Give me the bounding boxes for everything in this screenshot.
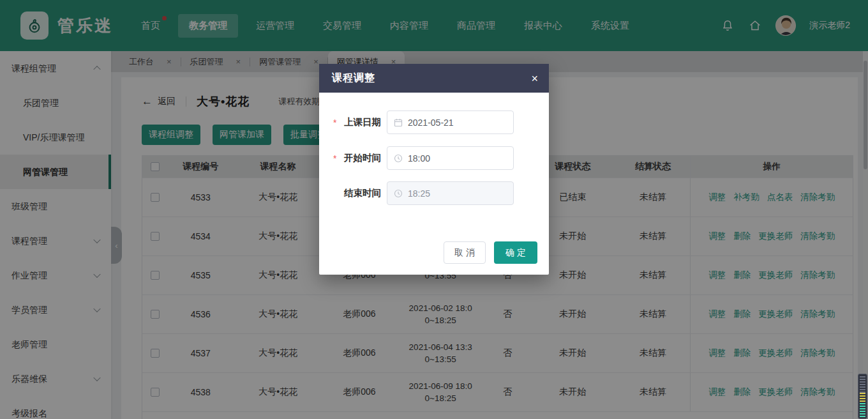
end-time-input: 18:25	[387, 181, 514, 205]
meter-gray-bars	[860, 376, 865, 393]
clock-icon	[394, 189, 403, 198]
modal-body: *上课日期2021-05-21*开始时间18:00结束时间18:25	[319, 110, 549, 205]
input-value: 18:00	[408, 153, 430, 164]
modal-footer: 取 消 确 定	[444, 241, 537, 264]
input-value: 2021-05-21	[408, 118, 454, 128]
input-value: 18:25	[408, 188, 430, 199]
confirm-button[interactable]: 确 定	[494, 241, 537, 264]
course-adjust-modal: 课程调整 × *上课日期2021-05-21*开始时间18:00结束时间18:2…	[319, 64, 549, 275]
modal-field-3: 结束时间18:25	[333, 181, 549, 205]
field-label: 结束时间	[340, 187, 381, 199]
modal-field-1: *上课日期2021-05-21	[333, 110, 549, 134]
meter-yellow-bars	[860, 393, 865, 403]
modal-field-2: *开始时间18:00	[333, 146, 549, 170]
mini-meter-widget[interactable]	[858, 374, 867, 419]
modal-title: 课程调整	[332, 72, 375, 85]
field-label: 上课日期	[340, 116, 381, 128]
modal-header: 课程调整 ×	[319, 64, 549, 93]
date-input[interactable]: 2021-05-21	[387, 110, 514, 134]
start-time-input[interactable]: 18:00	[387, 146, 514, 170]
cancel-button[interactable]: 取 消	[444, 241, 486, 264]
meter-teal-bars	[860, 403, 865, 418]
close-icon[interactable]: ×	[531, 73, 538, 84]
field-label: 开始时间	[340, 152, 381, 164]
calendar-icon	[394, 118, 403, 127]
required-asterisk: *	[333, 153, 338, 164]
clock-icon	[394, 154, 403, 163]
required-asterisk: *	[333, 118, 338, 128]
